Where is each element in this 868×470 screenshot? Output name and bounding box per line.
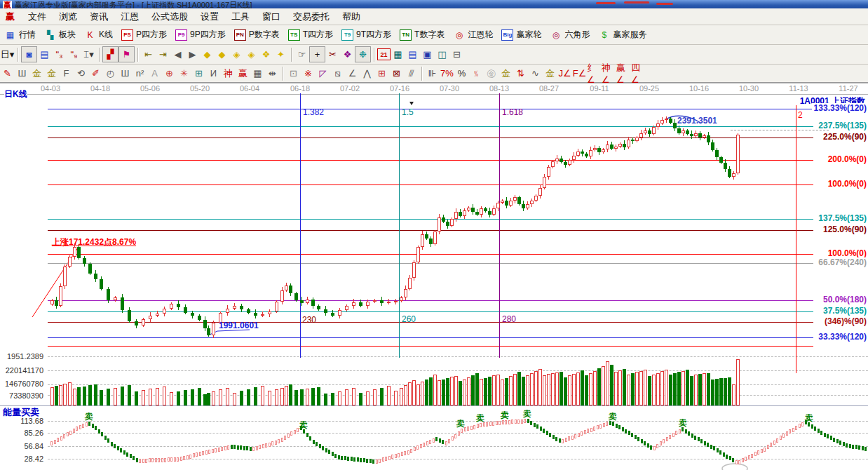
candle[interactable] bbox=[207, 328, 210, 335]
candle[interactable] bbox=[203, 320, 207, 328]
volume-bar[interactable] bbox=[589, 373, 592, 405]
candle[interactable] bbox=[366, 302, 369, 306]
volume-bar[interactable] bbox=[429, 377, 433, 405]
volume-bar[interactable] bbox=[338, 391, 341, 405]
candle[interactable] bbox=[492, 208, 496, 215]
volume-bar[interactable] bbox=[59, 385, 62, 405]
volume-bar[interactable] bbox=[690, 376, 693, 405]
volume-bar[interactable] bbox=[593, 371, 597, 405]
volume-bar[interactable] bbox=[247, 389, 250, 405]
volume-bar[interactable] bbox=[191, 389, 194, 405]
candle[interactable] bbox=[311, 300, 315, 306]
volume-bar[interactable] bbox=[207, 393, 210, 405]
candle[interactable] bbox=[100, 279, 103, 289]
volume-bar[interactable] bbox=[100, 390, 103, 405]
candle[interactable] bbox=[551, 161, 555, 167]
volume-bar[interactable] bbox=[240, 391, 243, 405]
candle[interactable] bbox=[421, 234, 424, 247]
candle[interactable] bbox=[63, 267, 67, 286]
candle[interactable] bbox=[294, 293, 298, 300]
candle[interactable] bbox=[484, 208, 487, 211]
volume-bar[interactable] bbox=[581, 370, 584, 405]
volume-bar[interactable] bbox=[163, 387, 166, 405]
volume-bar[interactable] bbox=[652, 375, 656, 405]
candle[interactable] bbox=[707, 135, 710, 142]
candle[interactable] bbox=[170, 304, 173, 309]
candle[interactable] bbox=[73, 247, 76, 257]
candle[interactable] bbox=[433, 231, 437, 244]
candle[interactable] bbox=[380, 300, 384, 303]
candle[interactable] bbox=[412, 262, 416, 278]
candle[interactable] bbox=[669, 119, 672, 123]
candle[interactable] bbox=[728, 169, 731, 177]
volume-bar[interactable] bbox=[505, 378, 508, 405]
candle[interactable] bbox=[652, 127, 656, 134]
volume-bar[interactable] bbox=[534, 371, 538, 405]
candle[interactable] bbox=[564, 162, 567, 165]
volume-bar[interactable] bbox=[496, 375, 500, 405]
volume-bar[interactable] bbox=[366, 391, 369, 405]
candle[interactable] bbox=[627, 140, 630, 147]
candle[interactable] bbox=[429, 239, 433, 244]
candle[interactable] bbox=[513, 197, 517, 201]
volume-bar[interactable] bbox=[142, 390, 145, 405]
candle[interactable] bbox=[576, 152, 580, 156]
volume-bar[interactable] bbox=[285, 386, 288, 405]
candle[interactable] bbox=[568, 160, 571, 165]
candle[interactable] bbox=[247, 309, 250, 313]
candle[interactable] bbox=[555, 159, 559, 161]
volume-bar[interactable] bbox=[501, 380, 504, 405]
candle[interactable] bbox=[719, 157, 723, 163]
candle[interactable] bbox=[631, 140, 635, 141]
candle[interactable] bbox=[446, 222, 449, 226]
volume-bar[interactable] bbox=[728, 377, 731, 405]
volume-bar[interactable] bbox=[226, 388, 229, 405]
volume-bar[interactable] bbox=[261, 386, 264, 405]
volume-bar[interactable] bbox=[311, 388, 315, 405]
volume-bar[interactable] bbox=[631, 373, 635, 405]
candle[interactable] bbox=[543, 177, 546, 188]
candle[interactable] bbox=[526, 204, 529, 208]
volume-bar[interactable] bbox=[359, 393, 362, 405]
candle[interactable] bbox=[331, 313, 334, 316]
candle[interactable] bbox=[644, 130, 647, 133]
candle[interactable] bbox=[602, 149, 605, 152]
candle[interactable] bbox=[665, 119, 668, 120]
candle[interactable] bbox=[184, 307, 187, 313]
candle[interactable] bbox=[77, 247, 81, 258]
candle[interactable] bbox=[534, 196, 538, 201]
volume-bar[interactable] bbox=[300, 389, 304, 405]
volume-bar[interactable] bbox=[450, 377, 454, 405]
volume-bar[interactable] bbox=[268, 391, 271, 405]
candle[interactable] bbox=[530, 201, 534, 204]
candle[interactable] bbox=[324, 309, 327, 313]
volume-bar[interactable] bbox=[635, 372, 639, 405]
candle[interactable] bbox=[442, 217, 445, 222]
volume-bar[interactable] bbox=[606, 361, 609, 405]
candle[interactable] bbox=[501, 201, 504, 203]
volume-bar[interactable] bbox=[543, 375, 546, 405]
candle[interactable] bbox=[142, 319, 145, 325]
volume-bar[interactable] bbox=[660, 371, 664, 405]
volume-bar[interactable] bbox=[530, 373, 534, 405]
volume-bar[interactable] bbox=[475, 373, 479, 405]
volume-bar[interactable] bbox=[212, 391, 215, 405]
volume-bar[interactable] bbox=[352, 388, 355, 405]
volume-bar[interactable] bbox=[50, 387, 54, 405]
volume-bar[interactable] bbox=[610, 365, 613, 405]
candle[interactable] bbox=[68, 257, 72, 267]
candle[interactable] bbox=[635, 137, 639, 141]
candle[interactable] bbox=[703, 135, 706, 137]
candle[interactable] bbox=[711, 142, 714, 150]
volume-bar[interactable] bbox=[425, 380, 428, 405]
candle[interactable] bbox=[373, 300, 377, 302]
candle[interactable] bbox=[121, 297, 124, 310]
volume-bar[interactable] bbox=[324, 394, 327, 405]
volume-bar[interactable] bbox=[707, 373, 710, 405]
candle[interactable] bbox=[736, 135, 740, 173]
volume-bar[interactable] bbox=[404, 385, 407, 405]
volume-bar[interactable] bbox=[306, 389, 309, 405]
volume-bar[interactable] bbox=[68, 382, 72, 405]
volume-bar[interactable] bbox=[135, 391, 138, 405]
volume-bar[interactable] bbox=[446, 378, 449, 405]
